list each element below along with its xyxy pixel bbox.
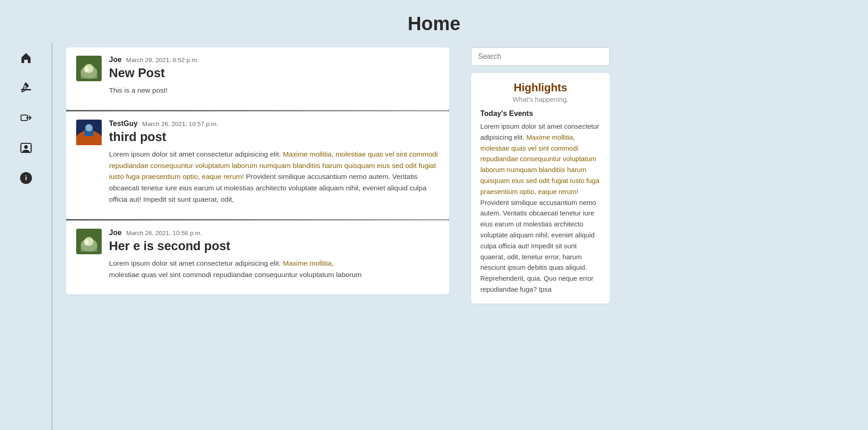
post-author: TestGuy — [109, 120, 138, 128]
main-feed: Joe March 29, 2021, 8:52 p.m. New Post T… — [52, 43, 463, 430]
svg-rect-7 — [20, 150, 21, 151]
highlights-panel: Highlights What's happening. Today's Eve… — [471, 73, 610, 304]
home-icon[interactable] — [16, 47, 36, 68]
post-header: Joe March 26, 2021, 10:56 p.m. Her e is … — [76, 229, 439, 281]
sidebar: i — [0, 43, 52, 430]
post-meta: TestGuy March 26, 2021, 10:57 p.m. third… — [109, 120, 439, 205]
avatar — [76, 56, 102, 81]
post-date: March 29, 2021, 8:52 p.m. — [126, 57, 199, 63]
post-meta: Joe March 26, 2021, 10:56 p.m. Her e is … — [109, 229, 439, 281]
highlights-title: Highlights — [480, 81, 601, 94]
page-title: Home — [0, 0, 868, 43]
svg-text:i: i — [25, 174, 26, 182]
post-date: March 26, 2021, 10:56 p.m. — [126, 230, 202, 236]
highlights-subtitle: What's happening. — [480, 96, 601, 103]
search-input[interactable] — [471, 47, 610, 66]
avatar — [76, 229, 102, 254]
svg-rect-8 — [31, 145, 32, 147]
post-body: This is a new post! — [109, 85, 439, 96]
post-author: Joe — [109, 56, 122, 64]
svg-point-15 — [84, 64, 94, 73]
post-header: TestGuy March 26, 2021, 10:57 p.m. third… — [76, 120, 439, 205]
post-body: Lorem ipsum dolor sit amet consectetur a… — [109, 149, 439, 205]
svg-point-19 — [85, 124, 93, 131]
contacts-icon[interactable] — [16, 138, 36, 158]
highlight-link[interactable]: Maxime mollitia, — [283, 259, 333, 267]
post-body: Lorem ipsum dolor sit amet consectetur a… — [109, 258, 439, 281]
svg-rect-9 — [31, 147, 32, 149]
highlights-body: Lorem ipsum dolor sit amet consectetur a… — [480, 121, 601, 295]
svg-rect-10 — [31, 150, 32, 151]
highlights-link[interactable]: Maxime mollitia, molestiae quas vel sint… — [480, 134, 599, 195]
svg-rect-20 — [76, 229, 102, 254]
post-title[interactable]: New Post — [109, 66, 439, 80]
edit-icon[interactable] — [16, 78, 36, 98]
svg-point-16 — [84, 66, 88, 73]
svg-point-23 — [84, 239, 88, 246]
avatar — [76, 120, 102, 145]
highlights-events-title: Today's Events — [480, 110, 601, 118]
right-sidebar: Highlights What's happening. Today's Eve… — [463, 43, 618, 430]
post-date: March 26, 2021, 10:57 p.m. — [142, 121, 218, 127]
post-card: Joe March 26, 2021, 10:56 p.m. Her e is … — [66, 220, 449, 294]
post-header: Joe March 29, 2021, 8:52 p.m. New Post T… — [76, 56, 439, 96]
svg-rect-5 — [20, 145, 21, 147]
svg-point-14 — [81, 66, 97, 79]
post-title[interactable]: Her e is second post — [109, 239, 439, 253]
svg-point-22 — [84, 237, 94, 246]
post-author: Joe — [109, 229, 122, 237]
logout-icon[interactable] — [16, 108, 36, 128]
svg-rect-6 — [20, 147, 21, 149]
svg-point-4 — [24, 145, 28, 149]
info-icon[interactable]: i — [16, 168, 36, 188]
post-meta: Joe March 29, 2021, 8:52 p.m. New Post T… — [109, 56, 439, 96]
svg-point-21 — [81, 239, 97, 252]
post-card: TestGuy March 26, 2021, 10:57 p.m. third… — [66, 111, 449, 219]
highlight-link[interactable]: Maxime mollitia, molestiae quas vel sint… — [109, 150, 438, 181]
post-card: Joe March 29, 2021, 8:52 p.m. New Post T… — [66, 47, 449, 110]
post-title[interactable]: third post — [109, 130, 439, 144]
svg-rect-13 — [76, 56, 102, 81]
